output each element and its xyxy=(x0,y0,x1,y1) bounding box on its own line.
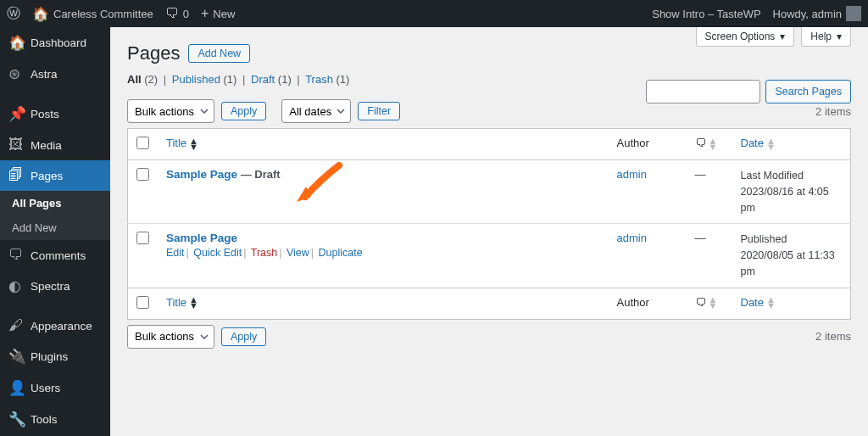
sidebar-item-spectra[interactable]: ◐Spectra xyxy=(0,271,110,302)
pages-table: Title▲▼ Author 🗨▲▼ Date▲▼ Sample Page — … xyxy=(127,128,851,320)
page-title: Pages xyxy=(127,42,180,64)
comment-bubble-icon: 🗨 xyxy=(695,296,706,309)
items-count-top: 2 items xyxy=(815,105,851,118)
sidebar-item-users[interactable]: 👤Users xyxy=(0,372,110,404)
chevron-down-icon: ▾ xyxy=(837,31,842,42)
action-view[interactable]: View xyxy=(287,247,309,259)
row-author[interactable]: admin xyxy=(617,232,647,244)
comments-count: 0 xyxy=(183,8,189,20)
filter-draft[interactable]: Draft xyxy=(251,73,275,86)
date-filter-select[interactable]: All dates xyxy=(281,99,351,123)
howdy-label: Howdy, admin xyxy=(773,8,842,20)
sidebar-item-astra[interactable]: ⊛Astra xyxy=(0,59,110,90)
sidebar-item-posts[interactable]: 📌Posts xyxy=(0,98,110,130)
search-button[interactable]: Search Pages xyxy=(765,80,851,103)
row-actions: Edit| Quick Edit| Trash| View| Duplicate xyxy=(166,247,600,259)
page-icon: 🗐 xyxy=(8,167,24,184)
bulk-actions-select[interactable]: Bulk actions xyxy=(127,99,214,123)
sort-icon: ▲▼ xyxy=(189,138,198,149)
action-duplicate[interactable]: Duplicate xyxy=(319,247,363,259)
sidebar-item-comments[interactable]: 🗨Comments xyxy=(0,240,110,271)
sidebar-item-appearance[interactable]: 🖌Appearance xyxy=(0,310,110,341)
comments-icon: 🗨 xyxy=(8,247,24,264)
sidebar-item-plugins[interactable]: 🔌Plugins xyxy=(0,341,110,372)
add-new-button[interactable]: Add New xyxy=(188,44,250,63)
select-all-top[interactable] xyxy=(136,137,149,149)
brush-icon: 🖌 xyxy=(8,317,24,334)
filter-all[interactable]: All xyxy=(127,73,142,86)
chevron-down-icon: ▾ xyxy=(780,31,785,42)
row-comments: — xyxy=(687,160,732,224)
plug-icon: 🔌 xyxy=(8,348,24,366)
screen-options-tab[interactable]: Screen Options▾ xyxy=(696,27,795,47)
help-tab[interactable]: Help▾ xyxy=(801,27,851,47)
admin-sidebar: 🏠Dashboard ⊛Astra 📌Posts 🖾Media 🗐Pages A… xyxy=(0,27,110,436)
sort-icon: ▲▼ xyxy=(766,297,776,308)
bulk-actions-select-bottom[interactable]: Bulk actions xyxy=(127,325,214,349)
row-title[interactable]: Sample Page xyxy=(166,232,237,244)
wp-logo[interactable]: ⓦ xyxy=(7,5,20,23)
site-name: Careless Committee xyxy=(53,8,153,20)
sidebar-item-pages[interactable]: 🗐Pages xyxy=(0,160,110,191)
sort-icon: ▲▼ xyxy=(709,138,718,149)
col-author[interactable]: Author xyxy=(609,129,687,160)
pin-icon: 📌 xyxy=(8,105,24,123)
show-intro[interactable]: Show Intro – TasteWP xyxy=(652,8,760,20)
row-state: — Draft xyxy=(241,168,281,181)
media-icon: 🖾 xyxy=(8,137,24,154)
col-comments-foot[interactable]: 🗨▲▼ xyxy=(687,288,732,319)
apply-button-bottom[interactable]: Apply xyxy=(221,327,266,346)
table-row: Sample Page — Draft admin — Last Modifie… xyxy=(128,160,851,224)
dashboard-icon: 🏠 xyxy=(8,34,24,52)
filter-published[interactable]: Published xyxy=(172,73,220,86)
col-title-foot[interactable]: Title▲▼ xyxy=(158,288,609,319)
new-link[interactable]: +New xyxy=(201,6,235,21)
submenu-all-pages[interactable]: All Pages xyxy=(0,191,110,215)
row-checkbox[interactable] xyxy=(136,168,149,181)
sort-icon: ▲▼ xyxy=(189,297,198,308)
new-label: New xyxy=(213,8,235,20)
filter-button[interactable]: Filter xyxy=(358,102,400,120)
col-comments[interactable]: 🗨▲▼ xyxy=(687,129,732,160)
col-author-foot[interactable]: Author xyxy=(609,288,687,319)
comment-icon: 🗨 xyxy=(165,6,179,21)
spectra-icon: ◐ xyxy=(8,277,24,295)
apply-button-top[interactable]: Apply xyxy=(221,102,266,120)
row-checkbox[interactable] xyxy=(136,232,149,244)
row-date: Published2020/08/05 at 11:33 pm xyxy=(732,224,851,288)
main-content: Screen Options▾ Help▾ Pages Add New Sear… xyxy=(110,27,868,436)
astra-icon: ⊛ xyxy=(8,65,24,83)
action-edit[interactable]: Edit xyxy=(166,247,185,259)
sidebar-item-tools[interactable]: 🔧Tools xyxy=(0,404,110,435)
filter-trash[interactable]: Trash xyxy=(305,73,333,86)
howdy-user[interactable]: Howdy, admin xyxy=(773,6,861,21)
avatar xyxy=(846,6,861,21)
items-count-bottom: 2 items xyxy=(815,330,851,343)
action-trash[interactable]: Trash xyxy=(251,247,278,259)
row-date: Last Modified2023/08/16 at 4:05 pm xyxy=(732,160,851,224)
action-quick-edit[interactable]: Quick Edit xyxy=(193,247,242,259)
wrench-icon: 🔧 xyxy=(8,411,24,428)
comments-link[interactable]: 🗨0 xyxy=(165,6,189,21)
site-link[interactable]: 🏠Careless Committee xyxy=(32,6,153,22)
table-row: Sample Page Edit| Quick Edit| Trash| Vie… xyxy=(128,224,851,288)
col-title[interactable]: Title▲▼ xyxy=(158,129,609,160)
search-input[interactable] xyxy=(646,80,760,103)
sidebar-item-media[interactable]: 🖾Media xyxy=(0,130,110,160)
sort-icon: ▲▼ xyxy=(709,297,718,308)
admin-bar: ⓦ 🏠Careless Committee 🗨0 +New Show Intro… xyxy=(0,0,868,27)
row-author[interactable]: admin xyxy=(617,168,647,181)
submenu-add-new[interactable]: Add New xyxy=(0,215,110,240)
user-icon: 👤 xyxy=(8,379,24,397)
row-comments: — xyxy=(687,224,732,288)
col-date-foot[interactable]: Date▲▼ xyxy=(732,288,851,319)
home-icon: 🏠 xyxy=(32,6,49,22)
plus-icon: + xyxy=(201,6,209,21)
row-title[interactable]: Sample Page xyxy=(166,168,237,181)
select-all-bottom[interactable] xyxy=(136,296,149,309)
pages-submenu: All Pages Add New xyxy=(0,191,110,240)
comment-bubble-icon: 🗨 xyxy=(695,137,706,149)
sort-icon: ▲▼ xyxy=(766,138,776,149)
col-date[interactable]: Date▲▼ xyxy=(732,129,851,160)
sidebar-item-dashboard[interactable]: 🏠Dashboard xyxy=(0,27,110,59)
